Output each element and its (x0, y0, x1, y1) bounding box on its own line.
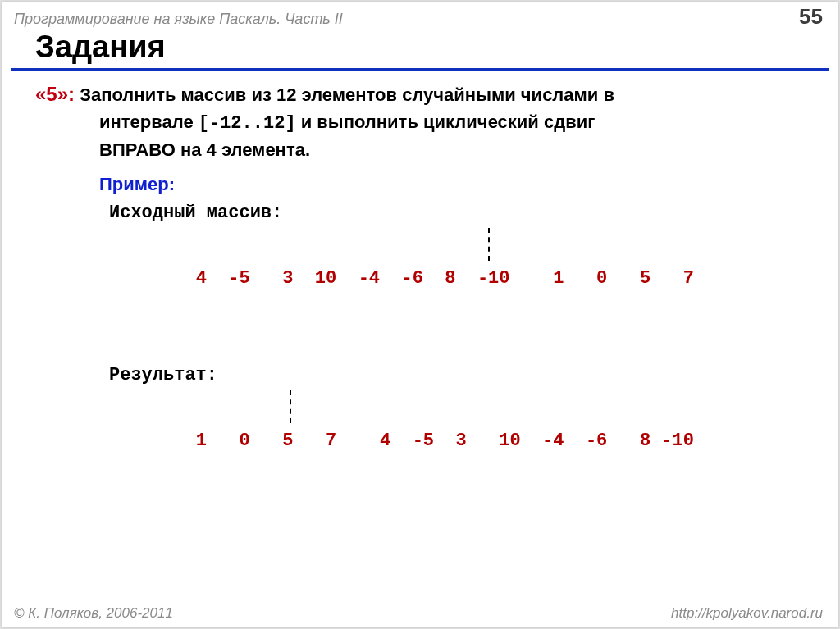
content-area: «5»: Заполнить массив из 12 элементов сл… (2, 77, 838, 522)
divider-icon (488, 228, 490, 261)
task-text-1: Заполнить массив из 12 элементов случайн… (80, 84, 614, 105)
task-mark: «5»: (35, 83, 75, 105)
slide-title: Задания (11, 30, 829, 71)
footer-copyright: © К. Поляков, 2006-2011 (14, 605, 173, 622)
slide: Программирование на языке Паскаль. Часть… (2, 2, 838, 627)
page-number: 55 (799, 4, 823, 30)
source-values: 4 -5 3 10 -4 -6 8 -10 1 0 5 7 (196, 268, 694, 289)
task-text-2b: и выполнить циклический сдвиг (296, 112, 596, 132)
example-block: Исходный массив: 4 -5 3 10 -4 -6 8 -10 1… (109, 197, 805, 522)
divider-icon (290, 390, 291, 423)
task-first-line: «5»: Заполнить массив из 12 элементов сл… (35, 80, 805, 109)
example-label: Пример: (99, 171, 805, 198)
course-title: Программирование на языке Паскаль. Часть… (14, 11, 343, 28)
task-line-2: интервале [-12..12] и выполнить цикличес… (99, 109, 805, 137)
footer-url: http://kpolyakov.narod.ru (671, 605, 823, 622)
result-label: Результат: (109, 359, 805, 392)
footer: © К. Поляков, 2006-2011 http://kpolyakov… (14, 605, 823, 622)
source-data: 4 -5 3 10 -4 -6 8 -10 1 0 5 7 (109, 230, 805, 359)
result-values: 1 0 5 7 4 -5 3 10 -4 -6 8 -10 (196, 431, 694, 451)
result-label-text: Результат: (109, 365, 217, 385)
task-interval: [-12..12] (199, 113, 296, 134)
top-bar: Программирование на языке Паскаль. Часть… (2, 2, 838, 30)
result-data: 1 0 5 7 4 -5 3 10 -4 -6 8 -10 (109, 392, 805, 522)
source-label: Исходный массив: (109, 197, 805, 230)
task-text-2a: интервале (99, 112, 199, 132)
task-line-3: ВПРАВО на 4 элемента. (99, 137, 805, 163)
